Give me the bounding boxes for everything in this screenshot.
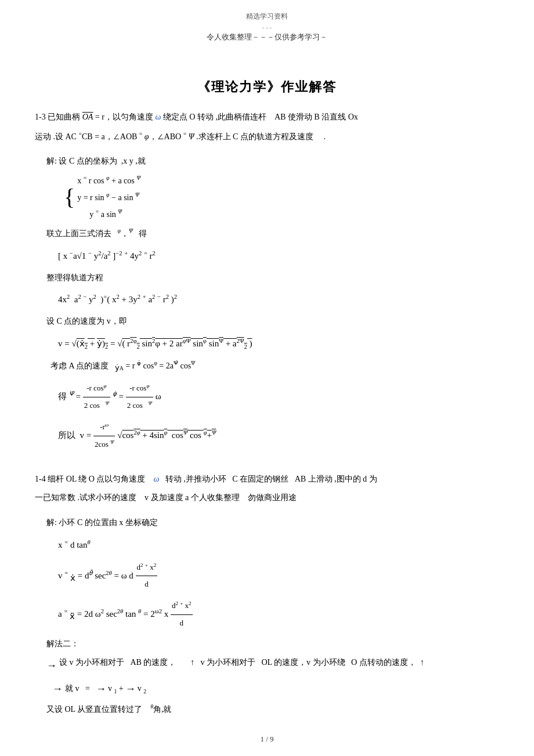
page-number: 1 / 9 bbox=[35, 735, 499, 744]
problem-1-3: 1-3 已知曲柄 OA = r，以匀角速度 ω 绕定点 O 转动 ,此曲柄借连杆… bbox=[35, 110, 499, 144]
velocity-A: 考虑 A 点的速度 ẏA = r φ̇ cosφ = 2aΨ̇ cosΨ bbox=[46, 358, 499, 375]
eq-v-sec: v = ẋ = dθ̇ sec2θ = ω d d2 + x2 d bbox=[58, 559, 499, 594]
problem-1-4-desc1: 1-4 细杆 OL 绕 O 点以匀角速度 ω 转动 ,并推动小环 C 在固定的钢… bbox=[35, 472, 499, 487]
eliminate-text: 联立上面三式消去 φ，Ψ 得 bbox=[46, 226, 499, 241]
eq-a-sec: a = ẍ = 2d ω2 sec2θ tan θ = 2ω2 x d2 + x… bbox=[58, 598, 499, 632]
top-label: 精选学习资料 bbox=[35, 12, 499, 21]
sol2-line3: 又设 OL 从竖直位置转过了 θ角,就 bbox=[46, 701, 499, 717]
eq-velocity: v = √(ẋ2 + ẏ)2 = √( r2φ2 sin2φ + 2 arφΨ … bbox=[58, 334, 499, 353]
equation-system: { x = r cos φ + a cos Ψ y = r sin φ − a … bbox=[64, 172, 499, 222]
sol2-title: 解法二： bbox=[46, 636, 499, 652]
sol2-arrows: → 设 v 为小环相对于 AB 的速度， ↑ v 为小环相对于 OL 的速度，v… bbox=[46, 655, 499, 676]
eq-y2: y = a sin Ψ bbox=[77, 206, 140, 223]
arrange-text: 整理得轨道方程 bbox=[46, 270, 499, 286]
velocity-intro: 设 C 点的速度为 v，即 bbox=[46, 314, 499, 330]
eq-orbit-raw: [ x −a√1 − y2/a2 ]−2 + 4y2 = r2 bbox=[58, 247, 499, 266]
sol-intro: 解: 设 C 点的坐标为 ,x y ,就 bbox=[46, 154, 499, 169]
subtitle: 令人收集整理－－－仅供参考学习－ bbox=[35, 32, 499, 42]
sol2-line2: → 就 v = → v 1 + → v 2 bbox=[52, 678, 499, 699]
eq-x-tan: x = d tanθ bbox=[58, 536, 499, 555]
eq-v-final: 所以 v = -rω 2cos Ψ √cos2φ + 4sinφ cosΨ co… bbox=[58, 419, 499, 453]
sol2-line1: 设 v 为小环相对于 AB 的速度， ↑ v 为小环相对于 OL 的速度，v 为… bbox=[59, 655, 499, 671]
eq-psi-dot: 得 Ψ̇ = -r cosφ 2 cos Ψ φ̇ = -r cosφ 2 co… bbox=[58, 380, 499, 414]
sol2-intro: 解: 小环 C 的位置由 x 坐标确定 bbox=[46, 515, 499, 531]
eq-x: x = r cos φ + a cos Ψ bbox=[77, 172, 140, 189]
solution-1-4: 解: 小环 C 的位置由 x 坐标确定 x = d tanθ v = ẋ = d… bbox=[46, 515, 499, 717]
eq-orbit-final: 4x2 a2 − y2 )=( x2 + 3y2 + a2 − r2 )2 bbox=[58, 290, 499, 309]
problem-1-4-desc2: 一已知常数 .试求小环的速度 v 及加速度 a 个人收集整理 勿做商业用途 bbox=[35, 490, 499, 506]
problem-1-4: 1-4 细杆 OL 绕 O 点以匀角速度 ω 转动 ,并推动小环 C 在固定的钢… bbox=[35, 472, 499, 506]
top-line2: - - - bbox=[35, 24, 499, 31]
solution-1-3: 解: 设 C 点的坐标为 ,x y ,就 { x = r cos φ + a c… bbox=[46, 154, 499, 453]
problem-1-3-desc1: 1-3 已知曲柄 OA = r，以匀角速度 ω 绕定点 O 转动 ,此曲柄借连杆… bbox=[35, 110, 499, 125]
page-title: 《理论力学》作业解答 bbox=[35, 78, 499, 96]
eq-y: y = r sin φ − a sin Ψ bbox=[77, 189, 140, 206]
problem-1-3-desc2: 运动 .设 AC =CB = a，∠AOB = φ，∠ABO = Ψ .求连杆上… bbox=[35, 129, 499, 144]
top-bar: 精选学习资料 - - - 令人收集整理－－－仅供参考学习－ bbox=[35, 12, 499, 42]
brace-symbol: { bbox=[64, 172, 77, 222]
